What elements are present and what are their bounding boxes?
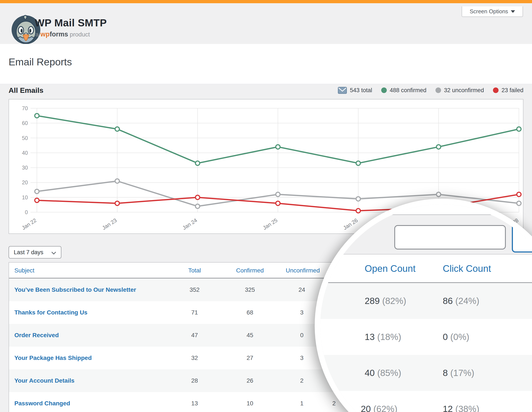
- svg-text:Jan 22: Jan 22: [21, 217, 38, 231]
- subject-link[interactable]: Password Changed: [14, 400, 70, 407]
- cell-confirmed: 68: [234, 301, 266, 324]
- click-count-pct: (0%): [450, 332, 469, 342]
- magnified-row: 40 (85%) 8 (17%): [315, 355, 532, 391]
- cell-total: 71: [179, 301, 211, 324]
- col-header-total[interactable]: Total: [179, 263, 211, 278]
- click-count-value: 86: [443, 296, 453, 306]
- subject-link[interactable]: You’ve Been Subscribed to Our Newsletter: [14, 286, 136, 293]
- cell-total: 352: [179, 278, 211, 301]
- open-count-pct: (62%): [373, 404, 397, 412]
- subject-link[interactable]: Your Package Has Shipped: [14, 355, 92, 361]
- chevron-down-icon: [51, 250, 56, 255]
- svg-text:30: 30: [22, 165, 28, 171]
- cell-confirmed: 26: [234, 369, 266, 392]
- section-head: All Emails: [9, 84, 44, 96]
- svg-text:60: 60: [22, 120, 28, 126]
- col-header-confirmed[interactable]: Confirmed: [234, 263, 266, 278]
- svg-text:Jan 23: Jan 23: [101, 217, 118, 231]
- open-count-value: 13: [365, 332, 375, 342]
- magnified-row: 13 (18%) 0 (0%): [315, 319, 532, 355]
- all-emails-heading: All Emails: [9, 86, 44, 94]
- svg-text:40: 40: [22, 150, 28, 156]
- date-range-select[interactable]: Last 7 days: [9, 246, 61, 258]
- click-count-pct: (17%): [450, 368, 474, 378]
- top-orange-bar: [0, 0, 532, 3]
- cell-unconfirmed: 3: [286, 347, 318, 369]
- date-range-selected-value: Last 7 days: [14, 249, 43, 256]
- svg-text:Jan 24: Jan 24: [181, 217, 198, 231]
- failed-dot-icon: [493, 87, 499, 93]
- magnified-row: 289 (82%) 86 (24%): [315, 283, 532, 319]
- col-header-unconfirmed[interactable]: Unconfirmed: [286, 263, 318, 278]
- open-count-value: 289: [365, 296, 380, 306]
- open-count-pct: (85%): [377, 368, 401, 378]
- magnified-table-header: Open Count Click Count: [315, 254, 532, 283]
- unconfirmed-dot-icon: [436, 87, 441, 93]
- svg-text:Jan 25: Jan 25: [262, 217, 278, 231]
- open-count-pct: (82%): [382, 296, 406, 306]
- open-count-value: 40: [365, 368, 375, 378]
- app-title: WP Mail SMTP: [35, 17, 107, 29]
- legend-item-total: 543 total: [338, 87, 372, 94]
- legend-item-confirmed: 488 confirmed: [381, 87, 427, 94]
- screen-options-button[interactable]: Screen Options: [462, 6, 523, 17]
- app-header: WP Mail SMTP a wpforms product Screen Op…: [0, 3, 532, 44]
- chevron-down-icon: [511, 10, 515, 13]
- byline-product: product: [70, 31, 90, 38]
- cell-total: 47: [179, 324, 211, 347]
- svg-text:50: 50: [22, 135, 28, 141]
- svg-text:10: 10: [22, 194, 28, 201]
- search-input[interactable]: [394, 225, 506, 249]
- wpforms-brand-wp: wp: [40, 30, 49, 38]
- cell-unconfirmed: 24: [286, 278, 318, 301]
- wpforms-brand-forms: forms: [49, 30, 68, 38]
- col-header-subject[interactable]: Subject: [14, 263, 34, 278]
- stats-legend: 543 total 488 confirmed 32 unconfirmed 2…: [338, 84, 523, 96]
- legend-label-confirmed: 488 confirmed: [390, 87, 427, 94]
- cell-confirmed: 45: [234, 324, 266, 347]
- byline-a: a: [35, 31, 39, 38]
- cell-total: 28: [179, 369, 211, 392]
- page-title-band: Email Reports: [0, 44, 532, 84]
- legend-label-total: 543 total: [350, 87, 372, 94]
- magnified-row: 20 (62%) 12 (38%): [315, 391, 532, 412]
- legend-item-failed: 23 failed: [493, 87, 523, 94]
- cell-unconfirmed: 0: [286, 324, 318, 347]
- subject-link[interactable]: Your Account Details: [14, 377, 75, 384]
- cell-confirmed: 325: [234, 278, 266, 301]
- svg-text:0: 0: [25, 209, 28, 215]
- confirmed-dot-icon: [381, 87, 387, 93]
- open-count-pct: (18%): [377, 332, 401, 342]
- cell-confirmed: 27: [234, 347, 266, 369]
- cell-total: 32: [179, 347, 211, 369]
- byline: a wpforms product: [35, 30, 90, 38]
- click-count-pct: (38%): [455, 404, 479, 412]
- click-count-value: 0: [443, 332, 448, 342]
- cell-total: 13: [179, 392, 211, 412]
- cell-unconfirmed: 2: [286, 369, 318, 392]
- envelope-icon: [338, 87, 347, 94]
- open-count-value: 20: [361, 404, 371, 412]
- cell-unconfirmed: 1: [286, 392, 318, 412]
- col-header-click-count[interactable]: Click Count: [443, 255, 491, 283]
- svg-text:Jan 26: Jan 26: [342, 217, 359, 231]
- legend-item-unconfirmed: 32 unconfirmed: [436, 87, 484, 94]
- click-count-value: 8: [443, 368, 448, 378]
- screen-options-label: Screen Options: [470, 8, 508, 15]
- col-header-open-count[interactable]: Open Count: [365, 255, 416, 283]
- subject-link[interactable]: Order Received: [14, 332, 59, 339]
- svg-text:70: 70: [22, 105, 28, 111]
- click-count-value: 12: [443, 404, 453, 412]
- legend-label-unconfirmed: 32 unconfirmed: [444, 87, 484, 94]
- subject-link[interactable]: Thanks for Contacting Us: [14, 309, 87, 316]
- page-title: Email Reports: [9, 56, 72, 68]
- cell-confirmed: 10: [234, 392, 266, 412]
- svg-text:20: 20: [22, 179, 28, 185]
- legend-label-failed: 23 failed: [502, 87, 523, 94]
- cell-unconfirmed: 3: [286, 301, 318, 324]
- click-count-pct: (24%): [455, 296, 479, 306]
